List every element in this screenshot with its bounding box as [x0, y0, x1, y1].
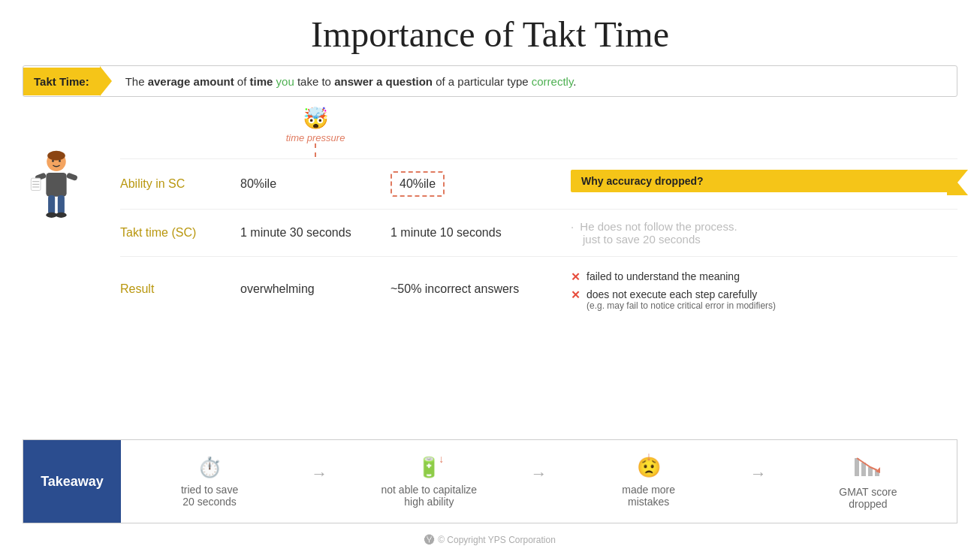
svg-point-1 [47, 151, 65, 161]
x-text-2-container: does not execute each step carefully (e.… [586, 288, 776, 311]
bold-answer: answer a question [334, 75, 433, 88]
ability-col2: 40%ile [390, 171, 556, 197]
timer-icon: ⏱️ [198, 456, 222, 479]
svg-rect-15 [855, 458, 859, 476]
x-mark-2: ✕ [571, 288, 580, 302]
result-col1: overwhelming [240, 282, 390, 296]
ability-col3: Why accuracy dropped? [556, 170, 957, 198]
takt-col3: · He does not follow the process. just t… [556, 220, 957, 246]
ability-col1: 80%ile [240, 177, 390, 191]
ability-row: Ability in SC 80%ile 40%ile Why accuracy… [120, 158, 957, 209]
left-figure [23, 104, 120, 435]
takeaway-item-2: 🔋 ↓ not able to capitalize high ability [380, 456, 478, 508]
time-pressure-row: 🤯 time pressure [120, 104, 957, 157]
svg-point-14 [56, 213, 67, 218]
takt-row: Takt time (SC) 1 minute 30 seconds 1 min… [120, 209, 957, 256]
bold-time: time [250, 75, 273, 88]
svg-rect-11 [48, 195, 55, 214]
arrow-3: → [750, 464, 767, 484]
content-area: 🤯 time pressure Ability in SC 80%ile 40%… [0, 104, 980, 435]
svg-point-3 [59, 160, 61, 162]
svg-rect-4 [46, 173, 66, 197]
battery-icon: 🔋 ↓ [417, 456, 441, 479]
ability-label: Ability in SC [120, 177, 240, 191]
svg-rect-16 [861, 463, 866, 476]
svg-point-13 [46, 213, 57, 218]
takeaway-label: Takeaway [23, 440, 121, 523]
dashed-line [315, 143, 316, 157]
takeaway-item-1: ⏱️ tried to save 20 seconds [161, 456, 258, 508]
main-table: 🤯 time pressure Ability in SC 80%ile 40%… [120, 104, 957, 435]
result-col2: ~50% incorrect answers [390, 282, 556, 296]
takeaway-text-1: tried to save 20 seconds [181, 484, 238, 508]
takeaway-bar: Takeaway ⏱️ tried to save 20 seconds → 🔋… [23, 439, 957, 523]
why-content: Why accuracy dropped? [571, 170, 957, 198]
svg-rect-6 [66, 172, 78, 181]
takeaway-item-4: GMAT score dropped [819, 454, 917, 510]
bold-average: average amount [148, 75, 234, 88]
chart-down-icon [853, 454, 883, 481]
x-item-1: ✕ failed to understand the meaning [571, 270, 957, 284]
takt-col2: 1 minute 10 seconds [390, 226, 556, 240]
title-section: Importance of Takt Time [0, 0, 980, 62]
takeaway-text-2: not able to capitalize high ability [381, 484, 478, 508]
def-arrow [100, 66, 112, 96]
bar-chart-svg [853, 454, 883, 479]
takeaway-text-3: made more mistakes [622, 484, 675, 508]
x-mark-1: ✕ [571, 270, 580, 284]
person-svg [23, 149, 90, 225]
why-box: Why accuracy dropped? [571, 170, 957, 192]
takt-time-label: Takt Time: [23, 68, 100, 95]
page-title: Importance of Takt Time [0, 14, 980, 55]
x-text-2: does not execute each step carefully [586, 288, 776, 300]
takt-col1: 1 minute 30 seconds [240, 226, 390, 240]
dot: · [571, 220, 574, 233]
page: Importance of Takt Time Takt Time: The a… [0, 0, 980, 552]
x-item-2: ✕ does not execute each step carefully (… [571, 288, 957, 311]
result-label: Result [120, 282, 240, 296]
takeaway-text-4: GMAT score dropped [839, 486, 897, 510]
takeaway-items: ⏱️ tried to save 20 seconds → 🔋 ↓ not ab… [121, 446, 957, 517]
definition-row: Takt Time: The average amount of time yo… [23, 65, 957, 97]
green-you: you [276, 75, 294, 88]
sad-face-icon: 😟 ↓ [637, 456, 661, 479]
svg-point-2 [52, 160, 54, 162]
footer-logo: 🅨 [424, 534, 435, 546]
definition-text: The average amount of time you take to a… [112, 68, 957, 95]
svg-rect-12 [58, 195, 65, 214]
arrow-2: → [530, 464, 547, 484]
result-col3: ✕ failed to understand the meaning ✕ doe… [556, 267, 957, 311]
result-row: Result overwhelming ~50% incorrect answe… [120, 256, 957, 321]
time-pressure-label: time pressure [286, 132, 345, 143]
x-sub-2: (e.g. may fail to notice critical error … [586, 300, 776, 311]
green-correctly: correctly [532, 75, 574, 88]
takt-why-main: He does not follow the process. [580, 220, 737, 233]
ability-col2-value: 40%ile [390, 171, 445, 197]
x-text-1: failed to understand the meaning [586, 270, 740, 282]
time-pressure-col: 🤯 time pressure [240, 106, 390, 157]
arrow-1: → [311, 464, 327, 484]
stressed-person-icon: 🤯 [303, 106, 329, 131]
takt-why-sub: just to save 20 seconds [571, 233, 701, 246]
takt-label: Takt time (SC) [120, 226, 240, 240]
takeaway-item-3: 😟 ↓ made more mistakes [600, 456, 698, 508]
footer-text: © Copyright YPS Corporation [438, 535, 556, 545]
footer: 🅨 © Copyright YPS Corporation [0, 531, 980, 552]
